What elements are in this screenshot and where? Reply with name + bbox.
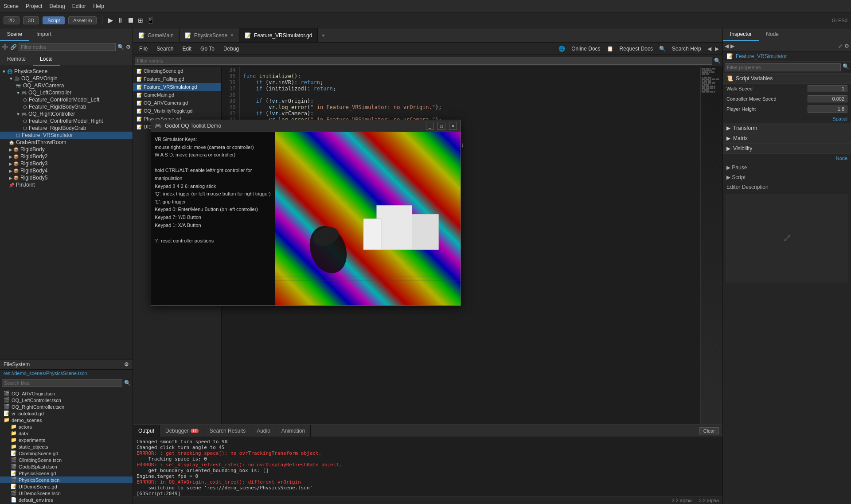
fs-experiments[interactable]: 📁 experiments — [0, 437, 133, 443]
grid-icon[interactable]: ⊞ — [138, 17, 143, 24]
tab-output[interactable]: Output — [133, 425, 160, 437]
online-docs-btn[interactable]: Online Docs — [569, 45, 603, 53]
filter-scripts-icon[interactable]: 🔍 — [714, 58, 721, 64]
btn-2d[interactable]: 2D — [4, 16, 20, 24]
menu-debug[interactable]: Debug — [49, 3, 65, 9]
tree-rigid-body4[interactable]: ▶ 📦 RigidBody4 — [0, 167, 133, 174]
collapse-left-ctrl[interactable]: ▼ — [16, 90, 20, 95]
section-matrix[interactable]: ▶ Matrix — [723, 133, 851, 144]
history-forward-icon[interactable]: ▶ — [730, 43, 734, 49]
request-docs-btn[interactable]: Request Docs — [617, 45, 656, 53]
tree-grab-throw-room[interactable]: 🏠 GrabAndThrowRoom — [0, 139, 133, 146]
add-node-icon[interactable]: ➕ — [2, 44, 8, 50]
tree-rigid-body2[interactable]: ▶ 📦 RigidBody2 — [0, 153, 133, 160]
fs-demo-scenes[interactable]: 📁 demo_scenes — [0, 417, 133, 423]
physics-tab-close[interactable]: ✕ — [230, 33, 234, 38]
file-gamemain[interactable]: 📝 GameMain.gd — [133, 91, 221, 99]
collapse-right-ctrl[interactable]: ▼ — [16, 112, 20, 117]
tab-debugger[interactable]: Debugger 17 — [160, 425, 204, 437]
section-script[interactable]: ▶ Script — [723, 172, 851, 182]
tab-inspector[interactable]: Inspector — [723, 28, 759, 41]
walk-speed-value[interactable] — [808, 85, 847, 92]
inspector-options-icon[interactable]: ⚙ — [844, 43, 849, 49]
fs-uidemo-tscn[interactable]: 🎬 UIDemoScene.tscn — [0, 490, 133, 496]
ed-search-btn[interactable]: Search — [154, 45, 176, 53]
file-oq-arvcam[interactable]: 📝 OQ_ARVCamera.gd — [133, 99, 221, 107]
filesystem-search-input[interactable] — [2, 379, 122, 387]
tab-local[interactable]: Local — [33, 53, 60, 66]
filter-scripts-input[interactable] — [135, 57, 712, 65]
tree-feature-ctrl-right[interactable]: ⬡ Feature_ControllerModel_Right — [0, 117, 133, 125]
search-help-btn[interactable]: Search Help — [669, 45, 704, 53]
btn-assetlib[interactable]: AssetLib — [68, 16, 97, 24]
player-height-value[interactable] — [808, 105, 847, 113]
tree-feature-rigid-grab[interactable]: ⬡ Feature_RigidBodyGrab — [0, 103, 133, 110]
fs-static-objects[interactable]: 📁 static_objects — [0, 443, 133, 450]
ed-edit-btn[interactable]: Edit — [180, 45, 194, 53]
fs-vr-autoload[interactable]: 📝 vr_autoload.gd — [0, 410, 133, 417]
section-visibility[interactable]: ▶ Visibility — [723, 144, 851, 154]
section-transform[interactable]: ▶ Transform — [723, 123, 851, 133]
popup-minimize-btn[interactable]: _ — [426, 122, 434, 130]
tree-feature-rigid-grab2[interactable]: ⬡ Feature_RigidBodyGrab — [0, 125, 133, 132]
collapse-rigid3[interactable]: ▶ — [9, 161, 12, 166]
file-climbing-scene[interactable]: 📝 ClimbingScene.gd — [133, 67, 221, 75]
add-tab-icon[interactable]: + — [318, 32, 328, 39]
fs-oq-arv-origin[interactable]: 🎬 OQ_ARVOrigin.tscn — [0, 390, 133, 397]
menu-editor[interactable]: Editor — [72, 3, 86, 9]
popup-close-btn[interactable]: ✕ — [449, 122, 457, 130]
tab-audio[interactable]: Audio — [251, 425, 276, 437]
filter-nodes-input[interactable] — [19, 43, 116, 51]
tree-physics-scene[interactable]: ▼ 🌐 PhysicsScene — [0, 68, 133, 75]
deploy-icon[interactable]: 📱 — [147, 17, 154, 24]
section-pause[interactable]: ▶ Pause — [723, 163, 851, 172]
search-icon[interactable]: 🔍 — [117, 44, 124, 50]
tab-animation[interactable]: Animation — [276, 425, 311, 437]
play-icon[interactable]: ▶ — [108, 16, 113, 24]
tree-oq-arv-camera[interactable]: 📷 OQ_ARVCamera — [0, 82, 133, 89]
tree-rigid-body3[interactable]: ▶ 📦 RigidBody3 — [0, 160, 133, 167]
menu-project[interactable]: Project — [26, 3, 42, 9]
tree-feature-vrsimulator[interactable]: ⬡ Feature_VRSimulator — [0, 132, 133, 139]
filter-properties-input[interactable] — [725, 63, 841, 71]
fs-data[interactable]: 📁 data — [0, 430, 133, 437]
stop-icon[interactable]: ⏹ — [127, 16, 134, 24]
collapse-physics-scene[interactable]: ▼ — [2, 69, 6, 74]
file-oq-visibility[interactable]: 📝 OQ_VisibilityToggle.gd — [133, 107, 221, 115]
tree-oq-right-controller[interactable]: ▼ 🎮 OQ_RightController — [0, 110, 133, 117]
file-falling[interactable]: 📝 Feature_Falling.gd — [133, 75, 221, 83]
tab-gamemain[interactable]: 📝 GameMain — [133, 28, 180, 42]
fs-default-env[interactable]: 📄 default_env.tres — [0, 496, 133, 503]
collapse-rigid5[interactable]: ▶ — [9, 176, 12, 180]
tab-search-results[interactable]: Search Results — [204, 425, 251, 437]
tree-pin-joint[interactable]: 📌 PinJoint — [0, 181, 133, 188]
filter-props-icon[interactable]: 🔍 — [843, 63, 849, 71]
tree-oq-left-controller[interactable]: ▼ 🎮 OQ_LeftController — [0, 89, 133, 96]
fs-physics-tscn[interactable]: 🎬 PhysicsScene.tscn — [0, 477, 133, 483]
tab-remote[interactable]: Remote — [0, 53, 33, 66]
fs-godot-splash[interactable]: 🎬 GodotSplash.tscn — [0, 463, 133, 470]
tree-rigid-body5[interactable]: ▶ 📦 RigidBody5 — [0, 174, 133, 181]
file-vrsimulator[interactable]: 📝 Feature_VRSimulator.gd — [133, 83, 221, 91]
pause-icon[interactable]: ⏸ — [117, 16, 124, 24]
collapse-arv-origin[interactable]: ▼ — [9, 76, 13, 81]
tab-physics-scene[interactable]: 📝 PhysicsScene ✕ — [180, 28, 239, 42]
tree-feature-ctrl-left[interactable]: ⬡ Feature_ControllerModel_Left — [0, 96, 133, 103]
collapse-rigid4[interactable]: ▶ — [9, 168, 12, 173]
popup-maximize-btn[interactable]: □ — [437, 122, 445, 130]
fs-oq-left-ctrl[interactable]: 🎬 OQ_LeftController.tscn — [0, 397, 133, 403]
fs-oq-right-ctrl[interactable]: 🎬 OQ_RightController.tscn — [0, 403, 133, 410]
ed-debug-btn[interactable]: Debug — [221, 45, 242, 53]
fs-uidemo-gd[interactable]: 📝 UIDemoScene.gd — [0, 483, 133, 490]
fs-physics-gd[interactable]: 📝 PhysicsScene.gd — [0, 470, 133, 477]
inspector-fullscreen-toggle[interactable]: ⤢ — [726, 194, 847, 282]
fs-climbing-gd[interactable]: 📝 ClimbingScene.gd — [0, 450, 133, 457]
ed-goto-btn[interactable]: Go To — [198, 45, 217, 53]
link-icon[interactable]: 🔗 — [10, 44, 17, 50]
menu-help[interactable]: Help — [93, 3, 104, 9]
nav-forward-icon[interactable]: ▶ — [715, 46, 719, 52]
collapse-rigid[interactable]: ▶ — [9, 147, 12, 152]
tree-oq-arv-origin[interactable]: ▼ 🎥 OQ_ARVOrigin — [0, 75, 133, 82]
nav-back-icon[interactable]: ◀ — [707, 46, 711, 52]
ctrl-move-speed-value[interactable] — [808, 95, 847, 102]
